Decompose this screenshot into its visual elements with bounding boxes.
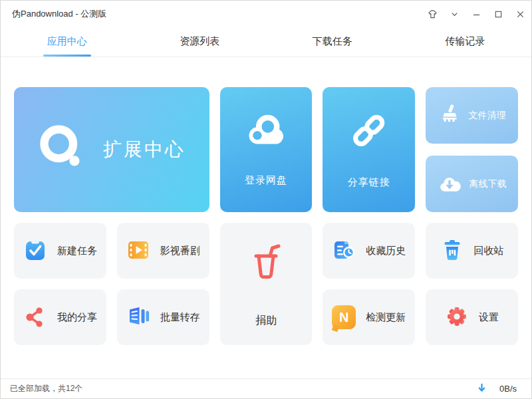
batch-transfer-icon (126, 305, 150, 331)
tile-grid: 扩展中心 登录网盘 分享链接 (14, 87, 518, 345)
tile-new-task[interactable]: 新建任务 (14, 223, 106, 279)
tile-label: 文件清理 (469, 110, 506, 122)
tile-label: 捐助 (255, 314, 277, 328)
minimize-icon[interactable] (466, 1, 487, 27)
statusbar: 已全部加载，共12个 0B/s (1, 378, 531, 398)
close-icon[interactable] (509, 1, 531, 27)
baidu-cloud-icon (245, 112, 287, 150)
tile-label: 设置 (479, 311, 499, 324)
tile-donate[interactable]: 捐助 (220, 223, 313, 345)
tile-video[interactable]: 影视番剧 (117, 223, 209, 279)
tile-stack-right: 文件清理 离线下载 (426, 87, 518, 212)
tile-login-pan[interactable]: 登录网盘 (220, 87, 313, 212)
statusbar-right: 0B/s (477, 383, 517, 394)
tab-download-tasks[interactable]: 下载任务 (266, 27, 399, 57)
tile-check-update[interactable]: N 检测更新 (323, 289, 415, 345)
gear-icon (445, 305, 469, 331)
tile-settings[interactable]: 设置 (426, 289, 518, 345)
tile-label: 收藏历史 (366, 245, 406, 257)
tile-favorites[interactable]: 收藏历史 (323, 223, 415, 279)
tile-label: 批量转存 (160, 311, 200, 324)
link-icon (349, 110, 389, 152)
update-n-badge-icon: N (332, 305, 356, 329)
window-title: 伪Pandownload - 公测版 (12, 8, 106, 20)
tile-label: 离线下载 (469, 178, 507, 190)
app-window: 伪Pandownload - 公测版 (0, 0, 532, 399)
drink-cup-icon (245, 241, 287, 286)
history-clock-icon (332, 238, 356, 264)
tab-resource-list[interactable]: 资源列表 (134, 27, 267, 57)
tile-extension-center[interactable]: 扩展中心 (14, 87, 209, 212)
film-icon (126, 238, 150, 264)
tile-my-share[interactable]: 我的分享 (14, 289, 106, 345)
tile-recycle-bin[interactable]: 回收站 (426, 223, 518, 279)
trash-icon (440, 238, 464, 264)
tile-label: 分享链接 (348, 176, 390, 189)
tile-label: 影视番剧 (160, 245, 200, 257)
tab-transfer-records[interactable]: 传输记录 (399, 27, 532, 57)
status-text: 已全部加载，共12个 (10, 383, 82, 394)
share-nodes-icon (23, 305, 47, 331)
download-speed-icon (477, 383, 486, 394)
tile-label: 回收站 (474, 245, 504, 257)
tile-offline-download[interactable]: 离线下载 (426, 156, 518, 212)
titlebar: 伪Pandownload - 公测版 (1, 1, 531, 27)
tile-label: 检测更新 (366, 311, 406, 324)
tile-batch-transfer[interactable]: 批量转存 (117, 289, 209, 345)
download-speed-value: 0B/s (499, 384, 517, 394)
tile-label: 登录网盘 (245, 174, 287, 187)
titlebar-buttons (422, 1, 531, 27)
brush-icon (438, 103, 461, 128)
skin-icon[interactable] (422, 1, 444, 27)
tabbar: 应用中心 资源列表 下载任务 传输记录 (1, 27, 531, 57)
collapse-icon[interactable] (444, 1, 466, 27)
cloud-download-icon (438, 172, 462, 196)
tile-label: 我的分享 (57, 311, 97, 324)
new-task-icon (23, 238, 47, 264)
tab-app-center[interactable]: 应用中心 (1, 27, 134, 57)
extension-center-logo-icon (38, 124, 86, 176)
tile-file-clean[interactable]: 文件清理 (426, 87, 518, 144)
maximize-icon[interactable] (487, 1, 509, 27)
tile-label: 新建任务 (57, 245, 97, 257)
tile-share-link[interactable]: 分享链接 (323, 87, 415, 212)
tile-label: 扩展中心 (103, 137, 186, 162)
